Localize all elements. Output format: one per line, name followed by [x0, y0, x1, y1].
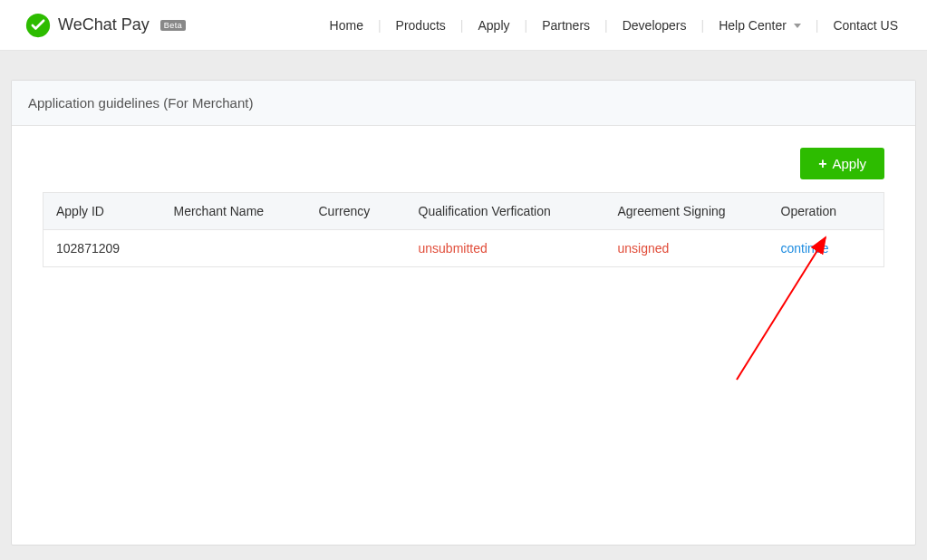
wechat-pay-icon: [25, 13, 51, 38]
col-qualification: Qualification Verfication: [406, 193, 605, 230]
continue-link[interactable]: continue: [781, 241, 829, 256]
col-merchant-name: Merchant Name: [161, 193, 306, 230]
brand-logo: WeChat Pay Beta: [25, 13, 186, 38]
table-row: 102871209 unsubmitted unsigned continue: [43, 230, 884, 267]
applications-table: Apply ID Merchant Name Currency Qualific…: [43, 192, 884, 267]
cell-apply-id: 102871209: [43, 230, 161, 267]
cell-operation: continue: [768, 230, 884, 267]
apply-button-label: Apply: [832, 156, 866, 171]
nav-apply[interactable]: Apply: [474, 18, 513, 33]
cell-currency: [306, 230, 406, 267]
nav-help-center-label: Help Center: [719, 18, 787, 33]
col-agreement: Agreement Signing: [605, 193, 768, 230]
panel-body: + Apply Apply ID Merchant Name Currency …: [12, 126, 915, 543]
cell-qualification: unsubmitted: [406, 230, 605, 267]
nav-help-center[interactable]: Help Center: [715, 18, 805, 33]
chevron-down-icon: [794, 24, 801, 28]
page-header: WeChat Pay Beta Home | Products | Apply …: [0, 0, 927, 51]
col-apply-id: Apply ID: [43, 193, 161, 230]
main-nav: Home | Products | Apply | Partners | Dev…: [326, 18, 902, 33]
col-currency: Currency: [306, 193, 406, 230]
agreement-status: unsigned: [618, 241, 670, 256]
nav-partners[interactable]: Partners: [538, 18, 594, 33]
cell-merchant-name: [161, 230, 306, 267]
plus-icon: +: [818, 157, 826, 171]
apply-button[interactable]: + Apply: [800, 148, 884, 179]
nav-contact-us[interactable]: Contact US: [829, 18, 902, 33]
col-operation: Operation: [768, 193, 884, 230]
apply-bar: + Apply: [43, 148, 884, 179]
beta-badge: Beta: [160, 20, 187, 31]
nav-products[interactable]: Products: [392, 18, 449, 33]
nav-home[interactable]: Home: [326, 18, 367, 33]
nav-developers[interactable]: Developers: [619, 18, 690, 33]
brand-name: WeChat Pay: [58, 15, 150, 34]
panel-title: Application guidelines (For Merchant): [12, 81, 915, 126]
main-area: Application guidelines (For Merchant) + …: [0, 51, 927, 560]
panel: Application guidelines (For Merchant) + …: [11, 80, 916, 546]
cell-agreement: unsigned: [605, 230, 768, 267]
qualification-status: unsubmitted: [419, 241, 488, 256]
